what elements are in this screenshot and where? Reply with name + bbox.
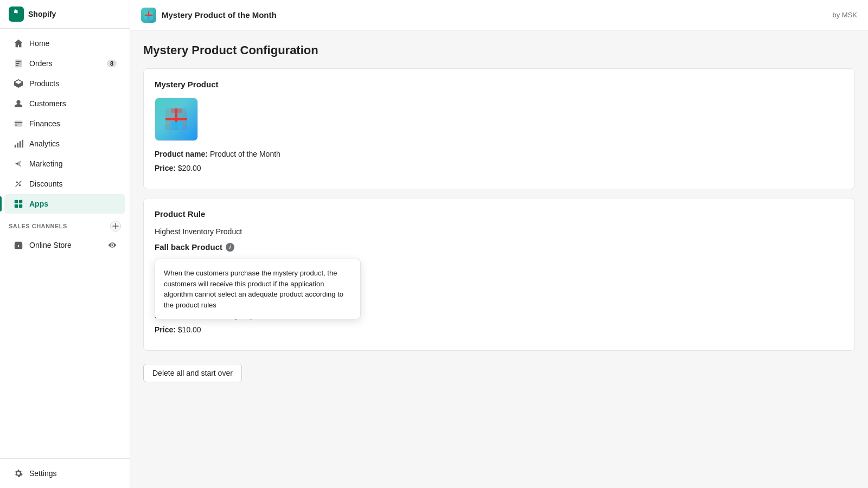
sidebar-item-products[interactable]: Products — [4, 74, 125, 93]
sidebar-item-marketing-label: Marketing — [29, 159, 62, 168]
fallback-product-price-value-text: $10.00 — [178, 325, 201, 334]
sidebar-item-finances[interactable]: Finances — [4, 114, 125, 133]
mystery-product-section-title: Mystery Product — [155, 80, 844, 89]
fallback-product-row: Fall back Product i — [155, 242, 844, 252]
apps-icon — [13, 198, 24, 209]
fallback-info-icon[interactable]: i — [226, 243, 234, 252]
sales-channels-section: SALES CHANNELS — [0, 214, 130, 235]
svg-rect-10 — [22, 140, 23, 147]
main-content: Mystery Product of the Month by MSK Myst… — [130, 0, 868, 488]
mystery-product-name-field: Product name: Product of the Month — [155, 150, 844, 158]
fallback-product-price-field: Price: $10.00 — [155, 325, 844, 334]
top-bar-left: Mystery Product of the Month — [141, 8, 277, 23]
sidebar-item-finances-label: Finances — [29, 119, 60, 128]
sales-channels-label: SALES CHANNELS — [9, 223, 67, 229]
sidebar-item-products-label: Products — [29, 79, 59, 88]
svg-rect-9 — [20, 142, 21, 148]
sidebar-navigation: Home Orders 8 Products Customers — [0, 31, 130, 458]
sidebar-item-home[interactable]: Home — [4, 34, 125, 53]
mystery-product-image — [155, 98, 198, 141]
sidebar-item-settings[interactable]: Settings — [4, 464, 125, 483]
fallback-product-price-label: Price: — [155, 325, 176, 334]
product-rule-card: Product Rule Highest Inventory Product F… — [143, 198, 855, 351]
fallback-tooltip-text: When the customers purchase the mystery … — [164, 269, 343, 309]
orders-icon — [13, 58, 24, 69]
mystery-product-card: Mystery Product Product name: Product of… — [143, 68, 855, 189]
sidebar-item-analytics[interactable]: Analytics — [4, 134, 125, 153]
orders-badge: 8 — [107, 60, 117, 67]
shopify-logo-icon — [9, 7, 24, 22]
svg-rect-26 — [171, 108, 182, 113]
mystery-product-price-value-text: $20.00 — [178, 164, 201, 172]
online-store-icon — [13, 240, 24, 251]
finances-icon — [13, 118, 24, 129]
analytics-icon — [13, 138, 24, 149]
settings-icon — [13, 468, 24, 479]
sidebar-item-orders[interactable]: Orders 8 — [4, 54, 125, 73]
svg-rect-8 — [17, 143, 18, 147]
svg-rect-2 — [16, 63, 20, 64]
svg-rect-3 — [16, 65, 19, 66]
svg-rect-14 — [15, 200, 18, 203]
customers-icon — [13, 98, 24, 109]
online-store-label: Online Store — [29, 241, 72, 249]
add-sales-channel-button[interactable] — [110, 221, 121, 232]
online-store-visibility-icon[interactable] — [108, 241, 117, 249]
svg-rect-17 — [19, 204, 22, 208]
app-title: Mystery Product of the Month — [162, 10, 277, 20]
product-rule-section-title: Product Rule — [155, 209, 844, 219]
store-name: Shopify — [28, 10, 56, 18]
sidebar-item-online-store[interactable]: Online Store — [4, 235, 125, 255]
svg-rect-15 — [19, 200, 22, 203]
product-rule-value: Highest Inventory Product — [155, 227, 844, 236]
svg-rect-21 — [146, 16, 150, 18]
sidebar: Shopify Home Orders 8 Products — [0, 0, 130, 488]
top-bar-by: by MSK — [832, 11, 857, 19]
home-icon — [13, 38, 24, 49]
delete-all-button[interactable]: Delete all and start over — [143, 364, 242, 382]
mystery-product-price-field: Price: $20.00 — [155, 164, 844, 172]
content-area: Mystery Product Configuration Mystery Pr… — [130, 30, 868, 488]
svg-rect-7 — [15, 145, 16, 147]
sidebar-item-discounts-label: Discounts — [29, 179, 62, 188]
svg-rect-16 — [15, 204, 18, 208]
svg-rect-1 — [16, 61, 21, 62]
sidebar-item-apps-label: Apps — [29, 200, 48, 208]
fallback-product-label: Fall back Product — [155, 242, 222, 252]
sidebar-item-home-label: Home — [29, 39, 49, 48]
svg-point-11 — [16, 182, 18, 184]
sidebar-item-orders-label: Orders — [29, 59, 53, 68]
svg-point-12 — [19, 184, 21, 187]
settings-label: Settings — [29, 469, 57, 478]
top-bar: Mystery Product of the Month by MSK — [130, 0, 868, 30]
sidebar-item-apps[interactable]: Apps — [4, 194, 125, 214]
svg-point-6 — [15, 124, 17, 126]
sidebar-bottom: Settings — [0, 458, 130, 488]
mystery-product-name-label: Product name: — [155, 150, 208, 158]
sidebar-item-customers[interactable]: Customers — [4, 94, 125, 113]
page-title: Mystery Product Configuration — [143, 43, 855, 57]
sidebar-logo: Shopify — [0, 0, 130, 29]
mystery-product-price-label: Price: — [155, 164, 176, 172]
sidebar-item-marketing[interactable]: Marketing — [4, 154, 125, 174]
sidebar-item-customers-label: Customers — [29, 99, 66, 108]
marketing-icon — [13, 158, 24, 169]
svg-rect-25 — [171, 122, 182, 130]
products-icon — [13, 78, 24, 89]
app-icon — [141, 8, 156, 23]
svg-point-4 — [16, 100, 20, 104]
fallback-tooltip: When the customers purchase the mystery … — [155, 259, 361, 319]
discounts-icon — [13, 178, 24, 189]
sidebar-item-discounts[interactable]: Discounts — [4, 174, 125, 194]
mystery-product-name-value-text: Product of the Month — [210, 150, 280, 158]
sidebar-item-analytics-label: Analytics — [29, 139, 60, 148]
